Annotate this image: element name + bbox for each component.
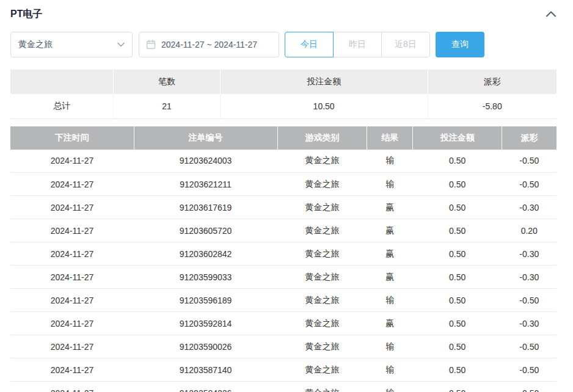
cell-bet-time: 2024-11-27 (10, 242, 134, 266)
summary-col-count: 笔数 (114, 70, 220, 94)
calendar-icon (146, 40, 156, 49)
chevron-up-icon[interactable] (546, 9, 557, 20)
cell-bet-amount: 0.50 (413, 150, 502, 173)
cell-bet-time: 2024-11-27 (10, 173, 134, 196)
table-row: 2024-11-27 91203587140 黄金之旅 输 0.50 -0.50 (10, 358, 557, 382)
summary-total-payout: -5.80 (428, 94, 557, 118)
cell-bet-amount: 0.50 (413, 242, 502, 266)
cell-order-number: 91203596189 (134, 289, 277, 312)
game-select-value: 黄金之旅 (18, 39, 53, 50)
col-bet-time: 下注时间 (10, 126, 134, 150)
summary-col-payout: 派彩 (428, 70, 557, 94)
table-row: 2024-11-27 91203584236 黄金之旅 输 0.50 -0.50 (10, 382, 557, 392)
cell-bet-amount: 0.50 (413, 219, 502, 242)
cell-bet-amount: 0.50 (413, 173, 502, 196)
query-button[interactable]: 查询 (436, 32, 484, 57)
cell-order-number: 91203592814 (134, 312, 277, 335)
cell-bet-time: 2024-11-27 (10, 312, 134, 335)
cell-game-category: 黄金之旅 (277, 173, 367, 196)
date-range-picker[interactable]: 2024-11-27 ~ 2024-11-27 (139, 32, 279, 57)
quick-date-button-group: 今日 昨日 近8日 (285, 32, 430, 57)
cell-order-number: 91203584236 (134, 382, 277, 392)
summary-table: 笔数 投注金额 派彩 总计 21 10.50 -5.80 (10, 70, 557, 119)
date-range-value: 2024-11-27 ~ 2024-11-27 (161, 40, 257, 49)
table-row: 2024-11-27 91203617619 黄金之旅 赢 0.50 -0.30 (10, 196, 557, 219)
table-row: 2024-11-27 91203605720 黄金之旅 赢 0.50 0.20 (10, 219, 557, 242)
cell-order-number: 91203624003 (134, 150, 277, 173)
cell-bet-amount: 0.50 (413, 382, 502, 392)
col-result: 结果 (367, 126, 413, 150)
cell-game-category: 黄金之旅 (277, 196, 367, 219)
cell-order-number: 91203590026 (134, 335, 277, 358)
cell-bet-amount: 0.50 (413, 312, 502, 335)
cell-order-number: 91203617619 (134, 196, 277, 219)
table-row: 2024-11-27 91203592814 黄金之旅 赢 0.50 -0.30 (10, 312, 557, 335)
cell-result: 输 (367, 289, 413, 312)
summary-total-label: 总计 (10, 94, 114, 118)
cell-bet-time: 2024-11-27 (10, 219, 134, 242)
last-8-days-button[interactable]: 近8日 (381, 32, 430, 57)
col-order-number: 注单编号 (134, 126, 277, 150)
cell-bet-amount: 0.50 (413, 266, 502, 289)
cell-bet-amount: 0.50 (413, 196, 502, 219)
table-row: 2024-11-27 91203596189 黄金之旅 输 0.50 -0.50 (10, 289, 557, 312)
cell-result: 输 (367, 382, 413, 392)
cell-payout: -0.50 (502, 382, 557, 392)
cell-bet-amount: 0.50 (413, 289, 502, 312)
col-bet-amount: 投注金额 (413, 126, 502, 150)
cell-result: 赢 (367, 242, 413, 266)
cell-payout: -0.30 (502, 242, 557, 266)
summary-header-row: 笔数 投注金额 派彩 (10, 70, 557, 94)
table-row: 2024-11-27 91203624003 黄金之旅 输 0.50 -0.50 (10, 150, 557, 173)
cell-order-number: 91203599033 (134, 266, 277, 289)
cell-order-number: 91203621211 (134, 173, 277, 196)
cell-order-number: 91203605720 (134, 219, 277, 242)
summary-total-bet-amount: 10.50 (220, 94, 428, 118)
cell-result: 赢 (367, 219, 413, 242)
cell-result: 赢 (367, 266, 413, 289)
cell-bet-time: 2024-11-27 (10, 150, 134, 173)
filter-bar: 黄金之旅 2024-11-27 ~ 2024-11-27 今日 昨日 (10, 32, 557, 57)
cell-game-category: 黄金之旅 (277, 266, 367, 289)
cell-result: 赢 (367, 312, 413, 335)
cell-game-category: 黄金之旅 (277, 382, 367, 392)
table-row: 2024-11-27 91203621211 黄金之旅 输 0.50 -0.50 (10, 173, 557, 196)
chevron-down-icon (117, 42, 125, 47)
cell-bet-amount: 0.50 (413, 358, 502, 382)
cell-bet-amount: 0.50 (413, 335, 502, 358)
cell-game-category: 黄金之旅 (277, 150, 367, 173)
col-payout: 派彩 (502, 126, 557, 150)
cell-bet-time: 2024-11-27 (10, 289, 134, 312)
table-row: 2024-11-27 91203602842 黄金之旅 赢 0.50 -0.30 (10, 242, 557, 266)
cell-bet-time: 2024-11-27 (10, 335, 134, 358)
col-game-category: 游戏类别 (277, 126, 367, 150)
panel-header: PT电子 (10, 6, 557, 22)
summary-col-blank (10, 70, 114, 94)
cell-result: 输 (367, 150, 413, 173)
cell-result: 赢 (367, 196, 413, 219)
cell-payout: -0.50 (502, 358, 557, 382)
cell-payout: -0.30 (502, 196, 557, 219)
cell-order-number: 91203587140 (134, 358, 277, 382)
summary-total-count: 21 (114, 94, 220, 118)
game-select[interactable]: 黄金之旅 (10, 32, 133, 57)
bet-table-body: 2024-11-27 91203624003 黄金之旅 输 0.50 -0.50… (10, 150, 557, 392)
cell-game-category: 黄金之旅 (277, 312, 367, 335)
cell-game-category: 黄金之旅 (277, 242, 367, 266)
cell-payout: 0.20 (502, 219, 557, 242)
pt-games-panel: PT电子 黄金之旅 202 (0, 0, 573, 392)
cell-payout: -0.50 (502, 335, 557, 358)
cell-payout: -0.50 (502, 150, 557, 173)
cell-order-number: 91203602842 (134, 242, 277, 266)
cell-payout: -0.30 (502, 266, 557, 289)
yesterday-button[interactable]: 昨日 (333, 32, 382, 57)
cell-result: 输 (367, 335, 413, 358)
cell-game-category: 黄金之旅 (277, 219, 367, 242)
cell-bet-time: 2024-11-27 (10, 358, 134, 382)
page-title: PT电子 (10, 8, 42, 21)
cell-result: 输 (367, 358, 413, 382)
bet-table: 下注时间 注单编号 游戏类别 结果 投注金额 派彩 2024-11-27 912… (10, 126, 557, 392)
table-row: 2024-11-27 91203599033 黄金之旅 赢 0.50 -0.30 (10, 266, 557, 289)
today-button[interactable]: 今日 (285, 32, 334, 57)
cell-bet-time: 2024-11-27 (10, 196, 134, 219)
